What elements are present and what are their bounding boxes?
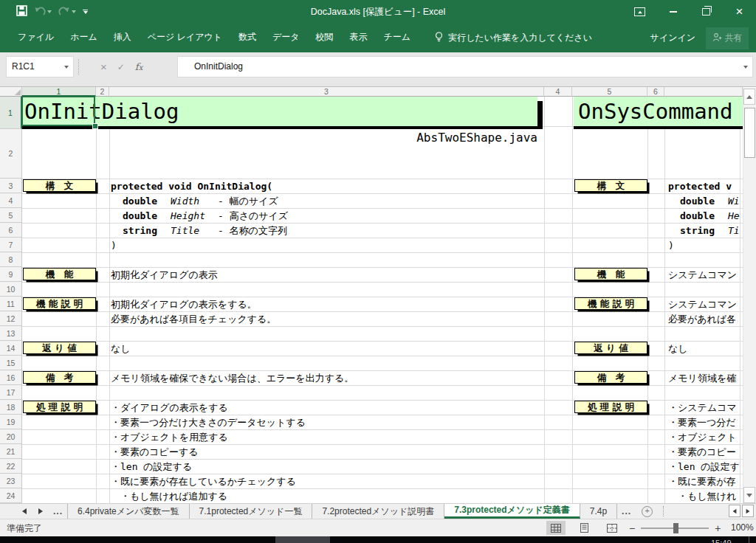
field-label-r3[interactable]: 構 文: [23, 179, 96, 192]
row-header-17[interactable]: 17: [0, 385, 22, 400]
ribbon-display-options-button[interactable]: [623, 0, 656, 24]
cell-text-r4[interactable]: doubleWidth- 幅のサイズ: [111, 196, 278, 207]
cell-text-r9[interactable]: システムコマン: [668, 269, 737, 280]
row-header-11[interactable]: 11: [0, 297, 22, 311]
sign-in-link[interactable]: サインイン: [650, 32, 695, 44]
minimize-button[interactable]: [656, 0, 690, 24]
hscroll-left-button[interactable]: [729, 505, 740, 517]
zoom-slider-thumb[interactable]: [673, 523, 678, 533]
cell-text-r9[interactable]: 初期化ダイアログの表示: [111, 269, 218, 280]
select-all-corner[interactable]: [0, 87, 22, 97]
row-header-9[interactable]: 9: [0, 267, 22, 282]
row-header-2[interactable]: 2: [0, 129, 22, 179]
row-header-19[interactable]: 19: [0, 415, 22, 429]
cell-text-r24[interactable]: ・もし無けれ: [668, 491, 736, 502]
scroll-up-button[interactable]: [743, 89, 755, 105]
ribbon-tab-0[interactable]: ファイル: [10, 24, 62, 52]
column-header-2[interactable]: 2: [96, 87, 109, 97]
column-header-5[interactable]: 5: [572, 87, 647, 97]
sheet-tab-1[interactable]: 7.1protectedメソッド一覧: [190, 504, 313, 519]
cell-text-r3[interactable]: protected v: [668, 181, 732, 192]
field-label-r16[interactable]: 備 考: [23, 371, 96, 384]
fill-handle[interactable]: [92, 123, 98, 129]
close-button[interactable]: ×: [723, 0, 756, 24]
ribbon-tab-6[interactable]: 校閲: [308, 24, 342, 52]
cell-text-r6[interactable]: stringTitle- 名称の文字列: [111, 225, 287, 236]
field-label-r14[interactable]: 返 り 値: [23, 342, 96, 354]
zoom-out-icon[interactable]: −: [629, 522, 635, 534]
formula-input[interactable]: OnInitDialog: [177, 56, 753, 77]
insert-function-icon[interactable]: fx: [135, 61, 142, 72]
column-header-4[interactable]: 4: [544, 87, 572, 97]
sheet-overflow-left[interactable]: ...: [49, 504, 67, 519]
formula-expand-caret-icon[interactable]: [743, 66, 748, 69]
cell-text-r19[interactable]: ・要素一つ分だけ大きさのデータセットする: [111, 417, 306, 428]
sheet-tab-4[interactable]: 7.4p: [580, 504, 617, 519]
zoom-slider[interactable]: [641, 528, 709, 529]
row-header-12[interactable]: 12: [0, 311, 22, 326]
cell-text-r7[interactable]: ): [668, 240, 674, 251]
row-header-21[interactable]: 21: [0, 444, 22, 459]
row-header-4[interactable]: 4: [0, 193, 22, 208]
cell-text-r11[interactable]: システムコマン: [668, 299, 737, 310]
tell-me-box[interactable]: 実行したい作業を入力してください: [435, 32, 592, 45]
cell-text-r12[interactable]: 必要があれば各: [668, 314, 736, 325]
cell-text-r3[interactable]: protected void OnInitDialog(: [111, 181, 272, 192]
row-header-14[interactable]: 14: [0, 341, 22, 356]
sheet-tab-0[interactable]: 6.4privateメンバ変数一覧: [67, 504, 190, 519]
column-header-6[interactable]: 6: [647, 87, 664, 97]
zoom-in-icon[interactable]: +: [715, 522, 721, 534]
cell-text-r11[interactable]: 初期化ダイアログの表示をする。: [111, 299, 257, 310]
column-header-3[interactable]: 3: [109, 87, 544, 97]
row-header-16[interactable]: 16: [0, 370, 22, 385]
cell-text-r4[interactable]: doubleWid: [668, 196, 740, 207]
taskbar-app-button[interactable]: [275, 536, 330, 543]
ribbon-tab-3[interactable]: ページ レイアウト: [140, 24, 230, 52]
restore-button[interactable]: [690, 0, 723, 24]
cell-text-r16[interactable]: メモリ領域を確保できない場合は、エラーを出力する。: [111, 373, 354, 384]
cell-text-r5[interactable]: doubleHeight- 高さのサイズ: [111, 210, 288, 221]
cancel-icon[interactable]: ×: [100, 60, 107, 73]
cell-text-r6[interactable]: stringTit: [668, 225, 740, 236]
cell-text-r21[interactable]: ・要素のコピー: [668, 446, 736, 457]
field-label-right-r16[interactable]: 備 考: [574, 371, 647, 384]
field-label-r11[interactable]: 機 能 説 明: [23, 297, 96, 310]
ribbon-tab-1[interactable]: ホーム: [62, 24, 106, 52]
page-layout-view-icon[interactable]: [574, 521, 594, 535]
field-label-r9[interactable]: 機 能: [23, 268, 96, 280]
cell-text-r20[interactable]: ・オブジェクト: [668, 432, 737, 443]
sheet-overflow-right[interactable]: ...: [617, 504, 636, 519]
row-header-10[interactable]: 10: [0, 282, 22, 297]
row-header-7[interactable]: 7: [0, 238, 22, 252]
row-header-3[interactable]: 3: [0, 179, 22, 193]
cell-text-r16[interactable]: メモリ領域を確: [668, 373, 736, 384]
ribbon-tab-4[interactable]: 数式: [230, 24, 264, 52]
cell-text-r5[interactable]: doubleHei: [668, 210, 740, 221]
field-label-r18[interactable]: 処 理 説 明: [23, 401, 96, 413]
row-header-20[interactable]: 20: [0, 429, 22, 444]
field-label-right-r14[interactable]: 返 り 値: [574, 342, 647, 354]
row-header-24[interactable]: 24: [0, 488, 22, 503]
sheet-nav-right-icon[interactable]: [32, 504, 49, 519]
row-header-6[interactable]: 6: [0, 223, 22, 238]
row-header-8[interactable]: 8: [0, 252, 22, 267]
page-break-preview-icon[interactable]: [602, 521, 622, 535]
cell-text-r18[interactable]: ・ダイアログの表示をする: [111, 402, 228, 413]
normal-view-icon[interactable]: [546, 521, 566, 535]
field-label-right-r3[interactable]: 構 文: [574, 179, 647, 192]
cell-text-r22[interactable]: ・len の設定す: [668, 461, 740, 472]
enter-check-icon[interactable]: ✓: [117, 62, 125, 72]
cell-text-r23[interactable]: ・既に要素が存: [668, 476, 736, 487]
vertical-scrollbar-thumb[interactable]: [744, 108, 755, 158]
new-sheet-button[interactable]: +: [642, 504, 653, 519]
cell-text-r23[interactable]: ・既に要素が存在しているかチェックする: [111, 476, 296, 487]
ribbon-tab-8[interactable]: チーム: [376, 24, 419, 52]
row-header-18[interactable]: 18: [0, 400, 22, 415]
hscroll-right-button[interactable]: [742, 505, 754, 517]
field-label-right-r18[interactable]: 処 理 説 明: [574, 401, 647, 413]
share-button[interactable]: 共有: [706, 27, 749, 49]
ribbon-tab-2[interactable]: 挿入: [106, 24, 140, 52]
ribbon-tab-7[interactable]: 表示: [342, 24, 376, 52]
row-header-15[interactable]: 15: [0, 356, 22, 370]
row-header-13[interactable]: 13: [0, 326, 22, 341]
